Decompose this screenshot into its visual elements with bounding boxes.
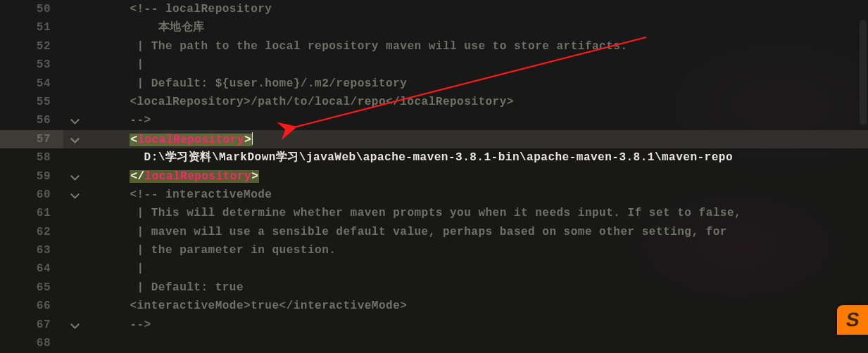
line-number[interactable]: 52 (0, 37, 63, 56)
comment-text: <!-- localRepository (101, 3, 272, 15)
line-number[interactable]: 62 (0, 223, 63, 241)
text-caret (252, 132, 253, 145)
vertical-scrollbar-thumb[interactable] (860, 20, 867, 125)
code-line[interactable]: --> (97, 111, 868, 129)
code-line[interactable]: <interactiveMode>true</interactiveMode> (97, 297, 868, 315)
code-line[interactable]: <!-- localRepository (97, 0, 868, 18)
line-number[interactable]: 60 (0, 186, 63, 204)
fold-cell (63, 18, 97, 37)
comment-text: 本地仓库 (101, 21, 205, 34)
comment-text: The path to the local repository maven w… (151, 40, 628, 53)
code-line[interactable]: | (97, 259, 868, 278)
comment-text: --> (101, 114, 151, 127)
fold-cell (63, 75, 97, 93)
comment-text: <localRepository>/path/to/local/repo</lo… (101, 96, 514, 108)
line-number[interactable]: 56 (0, 111, 63, 129)
xml-close-tag: </localRepository> (130, 170, 259, 183)
fold-cell (63, 37, 97, 56)
code-line[interactable]: <localRepository> (97, 130, 868, 148)
xml-open-tag: <localRepository> (130, 134, 252, 146)
comment-text: <!-- interactiveMode (101, 188, 272, 201)
code-line[interactable]: <localRepository>/path/to/local/repo</lo… (97, 93, 868, 111)
line-number[interactable]: 63 (0, 241, 63, 259)
code-line[interactable]: D:\学习资料\MarkDown学习\javaWeb\apache-maven-… (97, 148, 868, 167)
comment-text: This will determine whether maven prompt… (151, 207, 741, 219)
comment-text: maven will use a sensible default value,… (151, 226, 727, 238)
sublime-text-badge: S (837, 305, 868, 335)
fold-cell (63, 223, 97, 241)
fold-cell[interactable] (63, 316, 97, 334)
sublime-text-badge-letter: S (845, 310, 861, 330)
fold-cell[interactable] (63, 167, 97, 186)
code-line[interactable]: | maven will use a sensible default valu… (97, 223, 868, 241)
code-line[interactable]: | Default: true (97, 278, 868, 297)
code-line[interactable]: <!-- interactiveMode (97, 186, 868, 204)
line-number[interactable]: 50 (0, 0, 63, 18)
code-editor[interactable]: 50515253545556575859606162636465666768 <… (0, 0, 868, 353)
fold-cell[interactable] (63, 186, 97, 204)
code-line[interactable]: | Default: ${user.home}/.m2/repository (97, 75, 868, 93)
line-number[interactable]: 58 (0, 148, 63, 167)
fold-cell (63, 204, 97, 222)
line-number-gutter[interactable]: 50515253545556575859606162636465666768 (0, 0, 63, 353)
fold-chevron-icon[interactable] (70, 134, 80, 143)
comment-text: Default: ${user.home}/.m2/repository (151, 77, 408, 90)
comment-text: the parameter in question. (151, 244, 336, 257)
fold-cell (63, 148, 97, 167)
comment-text: --> (101, 319, 151, 331)
code-line[interactable]: --> (97, 316, 868, 334)
fold-cell (63, 334, 97, 352)
fold-cell (63, 278, 97, 297)
fold-cell (63, 93, 97, 111)
line-number[interactable]: 64 (0, 259, 63, 278)
line-number[interactable]: 53 (0, 56, 63, 74)
fold-cell (63, 241, 97, 259)
fold-cell[interactable] (63, 130, 97, 148)
fold-cell (63, 0, 97, 18)
comment-text: Default: true (151, 281, 244, 294)
fold-cell[interactable] (63, 111, 97, 129)
code-line[interactable]: | This will determine whether maven prom… (97, 204, 868, 222)
fold-gutter[interactable] (63, 0, 97, 353)
line-number[interactable]: 67 (0, 316, 63, 334)
comment-text: <interactiveMode>true</interactiveMode> (101, 300, 407, 312)
text-content: D:\学习资料\MarkDown学习\javaWeb\apache-maven-… (101, 151, 733, 164)
code-line[interactable]: </localRepository> (97, 167, 868, 186)
line-number[interactable]: 61 (0, 204, 63, 222)
line-number[interactable]: 66 (0, 297, 63, 315)
line-number[interactable]: 54 (0, 75, 63, 93)
code-line[interactable] (97, 334, 868, 352)
code-line[interactable]: | The path to the local repository maven… (97, 37, 868, 56)
code-line[interactable]: | (97, 56, 868, 74)
line-number[interactable]: 65 (0, 278, 63, 297)
fold-cell (63, 56, 97, 74)
line-number[interactable]: 59 (0, 167, 63, 186)
fold-chevron-icon[interactable] (70, 320, 80, 329)
fold-cell (63, 297, 97, 315)
fold-chevron-icon[interactable] (70, 172, 80, 181)
line-number[interactable]: 68 (0, 334, 63, 352)
code-area[interactable]: <!-- localRepository 本地仓库 | The path to … (97, 0, 868, 353)
line-number[interactable]: 57 (0, 130, 63, 148)
line-number[interactable]: 55 (0, 93, 63, 111)
code-line[interactable]: | the parameter in question. (97, 241, 868, 259)
fold-chevron-icon[interactable] (70, 115, 80, 124)
code-line[interactable]: 本地仓库 (97, 18, 868, 37)
line-number[interactable]: 51 (0, 18, 63, 37)
fold-chevron-icon[interactable] (70, 190, 80, 199)
fold-cell (63, 259, 97, 278)
